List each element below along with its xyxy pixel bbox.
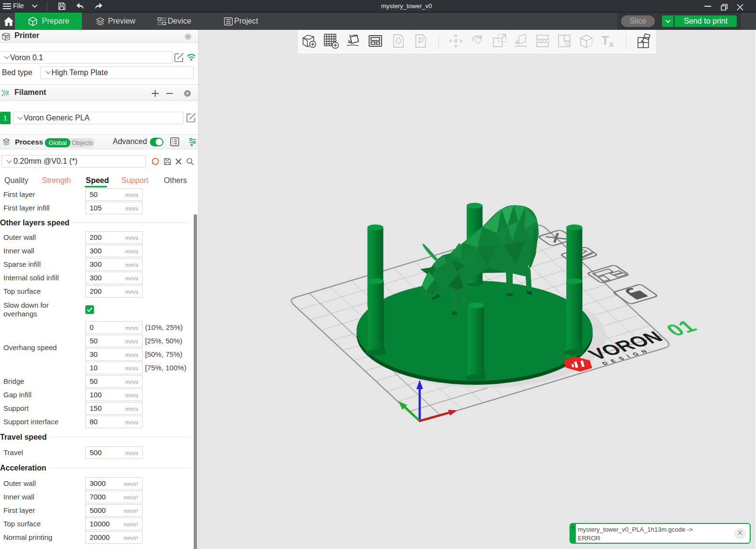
svg-text:01: 01: [661, 316, 702, 340]
